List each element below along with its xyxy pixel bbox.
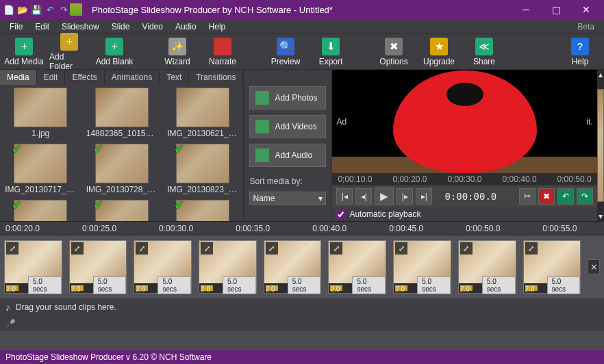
upgrade-button[interactable]: ★Upgrade bbox=[419, 38, 459, 66]
add-videos-label: Add Videos bbox=[275, 122, 316, 131]
timeline-clip[interactable]: ⤢2.05.0 secs bbox=[264, 240, 322, 294]
delete-button[interactable]: ✖ bbox=[538, 188, 555, 205]
redo-button[interactable]: ↷ bbox=[577, 188, 593, 205]
clip-duration[interactable]: 5.0 secs bbox=[482, 276, 516, 294]
menu-help[interactable]: Help bbox=[203, 21, 231, 33]
media-item[interactable]: ✔IMG_20130823_16... bbox=[166, 144, 239, 194]
expand-icon[interactable]: ⤢ bbox=[525, 242, 538, 255]
timecode: 0:00:00.0 bbox=[444, 191, 496, 202]
tab-edit[interactable]: Edit bbox=[37, 70, 66, 85]
media-item[interactable]: ✔IMG_20130717_23... bbox=[4, 144, 77, 194]
timeline-clip[interactable]: ⤢2.05.0 secs bbox=[134, 240, 192, 294]
options-button[interactable]: ✖Options bbox=[374, 38, 414, 66]
add-panel: Add Photos Add Videos Add Audio Sort med… bbox=[244, 70, 332, 221]
minimize-button[interactable]: ─ bbox=[511, 0, 541, 19]
timeline-ruler[interactable]: 0:00:20.00:00:25.00:00:30.00:00:35.00:00… bbox=[0, 222, 604, 235]
expand-icon[interactable]: ⤢ bbox=[266, 242, 278, 255]
menu-audio[interactable]: Audio bbox=[170, 21, 202, 33]
maximize-button[interactable]: ▢ bbox=[541, 0, 571, 19]
timeline-clip[interactable]: ⤢2.05.0 secs bbox=[328, 240, 386, 294]
add-videos-button[interactable]: Add Videos bbox=[249, 115, 326, 138]
clip-duration[interactable]: 5.0 secs bbox=[352, 276, 386, 294]
window-title: PhotoStage Slideshow Producer by NCH Sof… bbox=[92, 5, 333, 15]
save-icon[interactable]: 💾 bbox=[30, 3, 42, 16]
clip-duration[interactable]: 5.0 secs bbox=[158, 276, 191, 294]
menu-edit[interactable]: Edit bbox=[29, 21, 55, 33]
timeline-tick: 0:00:45.0 bbox=[389, 224, 423, 233]
clip-duration[interactable]: 5.0 secs bbox=[93, 276, 127, 294]
clip-duration[interactable]: 5.0 secs bbox=[28, 276, 62, 294]
tab-media[interactable]: Media bbox=[0, 70, 37, 85]
timeline-clip[interactable]: ⤢2.05.0 secs bbox=[523, 240, 581, 294]
prev-button[interactable]: ◂| bbox=[355, 188, 372, 205]
expand-icon[interactable]: ⤢ bbox=[136, 242, 148, 255]
cut-button[interactable]: ✂ bbox=[519, 188, 536, 205]
clip-duration[interactable]: 5.0 secs bbox=[547, 276, 581, 294]
timeline-track[interactable]: ⤢2.05.0 secs⤢2.05.0 secs⤢2.05.0 secs⤢2.0… bbox=[0, 235, 604, 298]
help-button[interactable]: ?Help bbox=[560, 38, 600, 66]
add-blank-button[interactable]: ＋Add Blank bbox=[95, 38, 134, 66]
clip-duration[interactable]: 5.0 secs bbox=[417, 276, 451, 294]
add-audio-button[interactable]: Add Audio bbox=[249, 144, 326, 167]
scrollbar-vertical[interactable]: ▴▾ bbox=[597, 70, 604, 221]
sort-select[interactable]: Name▾ bbox=[249, 192, 326, 205]
timeline-clip[interactable]: ⤢2.05.0 secs bbox=[69, 240, 127, 294]
add-photos-button[interactable]: Add Photos bbox=[249, 86, 326, 109]
tab-transitions[interactable]: Transitions bbox=[189, 70, 243, 85]
sound-track[interactable]: ♪ Drag your sound clips here. bbox=[0, 298, 604, 316]
timeline-clip[interactable]: ⤢2.05.0 secs bbox=[199, 240, 257, 294]
media-item[interactable]: 14882365_101547... bbox=[85, 88, 158, 138]
close-button[interactable]: ✕ bbox=[571, 0, 601, 19]
expand-icon[interactable]: ⤢ bbox=[201, 242, 213, 255]
undo-button[interactable]: ↶ bbox=[557, 188, 574, 205]
menu-slideshow[interactable]: Slideshow bbox=[56, 21, 105, 33]
play-button[interactable]: ▶ bbox=[375, 187, 394, 205]
media-item[interactable]: 1.jpg bbox=[4, 88, 77, 138]
menu-video[interactable]: Video bbox=[136, 21, 168, 33]
add-folder-button[interactable]: ＋Add Folder bbox=[49, 33, 89, 71]
used-check-icon: ✔ bbox=[12, 198, 22, 213]
redo-icon[interactable]: ↷ bbox=[58, 3, 70, 16]
timeline-clip[interactable]: ⤢2.05.0 secs bbox=[4, 240, 62, 294]
autoplay-checkbox[interactable] bbox=[336, 210, 345, 219]
share-button[interactable]: ≪Share bbox=[464, 38, 504, 66]
narrate-button[interactable]: Narrate bbox=[203, 38, 242, 66]
delete-clip-button[interactable]: ✕ bbox=[588, 259, 600, 274]
expand-icon[interactable]: ⤢ bbox=[71, 242, 84, 255]
new-icon[interactable]: 📄 bbox=[3, 3, 15, 16]
clip-duration[interactable]: 5.0 secs bbox=[288, 276, 321, 294]
expand-icon[interactable]: ⤢ bbox=[395, 242, 407, 255]
timeline-tick: 0:00:30.0 bbox=[159, 224, 193, 233]
preview-left-hint: Ad bbox=[336, 117, 347, 127]
narration-track[interactable]: 🎤 bbox=[0, 316, 604, 331]
media-item[interactable]: ✔IMG_20130917_17... bbox=[166, 200, 239, 221]
export-button[interactable]: ⬇Export bbox=[311, 38, 351, 66]
tab-animations[interactable]: Animations bbox=[105, 70, 160, 85]
expand-icon[interactable]: ⤢ bbox=[460, 242, 473, 255]
media-item[interactable]: ✔IMG_20130915_10... bbox=[85, 200, 158, 221]
preview-ruler: 0;00:10.00;00:20.00;00:30.00;00:40.00;00… bbox=[332, 173, 596, 185]
clip-sub: 2.0 bbox=[525, 285, 535, 293]
timeline-clip[interactable]: ⤢2.05.0 secs bbox=[393, 240, 451, 294]
timeline-clip[interactable]: ⤢2.05.0 secs bbox=[458, 240, 516, 294]
menu-file[interactable]: File bbox=[4, 21, 28, 33]
go-start-button[interactable]: |◂ bbox=[336, 188, 353, 205]
next-button[interactable]: |▸ bbox=[397, 188, 413, 205]
add-media-button[interactable]: ＋Add Media bbox=[4, 38, 44, 66]
add-media-label: Add Media bbox=[4, 57, 43, 66]
menu-slide[interactable]: Slide bbox=[106, 21, 136, 33]
preview-button[interactable]: 🔍Preview bbox=[266, 38, 305, 66]
clip-duration[interactable]: 5.0 secs bbox=[223, 276, 256, 294]
media-item[interactable]: ✔IMG_20130728_00... bbox=[85, 144, 158, 194]
wizard-button[interactable]: ✨Wizard bbox=[158, 38, 197, 66]
preview-video[interactable]: Ad it. bbox=[332, 70, 596, 173]
undo-icon[interactable]: ↶ bbox=[44, 3, 56, 16]
open-icon[interactable]: 📂 bbox=[16, 3, 29, 16]
tab-text[interactable]: Text bbox=[160, 70, 189, 85]
expand-icon[interactable]: ⤢ bbox=[6, 242, 18, 255]
expand-icon[interactable]: ⤢ bbox=[330, 242, 342, 255]
media-item[interactable]: ✔IMG_20130910_20... bbox=[4, 200, 77, 221]
go-end-button[interactable]: ▸| bbox=[416, 188, 432, 205]
media-item[interactable]: IMG_20130621_01... bbox=[166, 88, 239, 138]
tab-effects[interactable]: Effects bbox=[65, 70, 104, 85]
